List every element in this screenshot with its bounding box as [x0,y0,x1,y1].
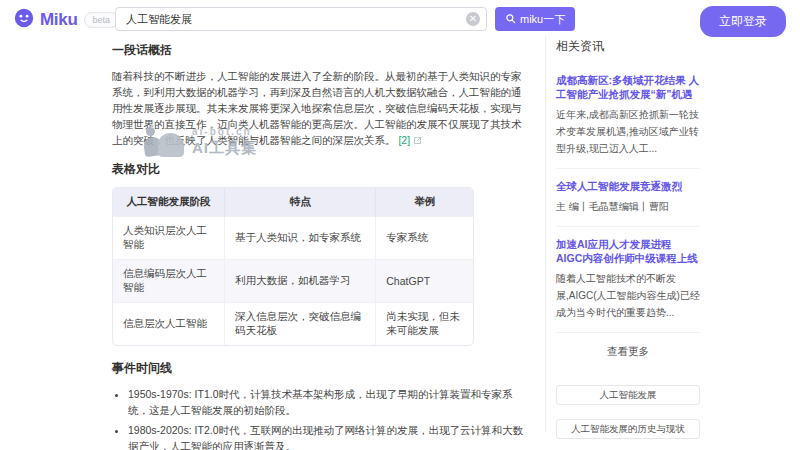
search-button-label: miku一下 [520,12,565,27]
table-header-cell: 特点 [225,188,376,217]
magnifier-icon [505,13,516,26]
external-link-icon[interactable] [413,133,422,149]
timeline-item: 1950s-1970s: IT1.0时代，计算技术基本架构形成，出现了早期的计算… [128,386,528,418]
table-cell: ChatGPT [376,260,473,303]
table-header-row: 人工智能发展阶段 特点 举例 [113,188,473,217]
table-section-title: 表格对比 [112,161,528,178]
search-input[interactable] [115,7,487,31]
news-item: 成都高新区:多领域开花结果 人工智能产业抢抓发展“新”机遇 近年来,成都高新区抢… [556,63,700,169]
table-cell: 基于人类知识，如专家系统 [225,217,376,260]
brand-name: Miku [40,10,78,30]
table-cell: 利用大数据，如机器学习 [225,260,376,303]
view-more-button[interactable]: 查看更多 [556,333,700,359]
news-item: 全球人工智能发展竞逐激烈 主 编丨毛晶慧编辑丨曹阳 [556,169,700,227]
table-row: 人类知识层次人工智能 基于人类知识，如专家系统 专家系统 [113,217,473,260]
login-button[interactable]: 立即登录 [700,6,786,37]
timeline-list: 1950s-1970s: IT1.0时代，计算技术基本架构形成，出现了早期的计算… [128,386,528,450]
timeline-item: 1980s-2020s: IT2.0时代，互联网的出现推动了网络计算的发展，出现… [128,422,528,450]
table-cell: 信息层次人工智能 [113,303,225,346]
timeline-title: 事件时间线 [112,360,528,377]
table-cell: 专家系统 [376,217,473,260]
table-cell: 尚未实现，但未来可能发展 [376,303,473,346]
summary-paragraph: 随着科技的不断进步，人工智能的发展进入了全新的阶段。从最初的基于人类知识的专家系… [112,68,528,149]
miku-face-icon [14,8,34,32]
comparison-table: 人工智能发展阶段 特点 举例 人类知识层次人工智能 基于人类知识，如专家系统 专… [112,187,474,346]
news-snippet: 随着人工智能技术的不断发展,AIGC(人工智能内容生成)已经成为当今时代的重要趋… [556,270,700,321]
search-bar: ✕ miku一下 [115,7,575,31]
sidebar-title: 相关资讯 [556,38,700,55]
search-button[interactable]: miku一下 [495,7,575,31]
clear-search-icon[interactable]: ✕ [466,12,480,26]
table-cell: 人类知识层次人工智能 [113,217,225,260]
news-snippet: 主 编丨毛晶慧编辑丨曹阳 [556,198,700,215]
table-header-cell: 举例 [376,188,473,217]
news-title-link[interactable]: 成都高新区:多领域开花结果 人工智能产业抢抓发展“新”机遇 [556,73,700,101]
suggested-query-button[interactable]: 人工智能发展 [556,385,700,405]
news-title-link[interactable]: 加速AI应用人才发展进程 AIGC内容创作师中级课程上线 [556,237,700,265]
related-news-panel: 相关资讯 成都高新区:多领域开花结果 人工智能产业抢抓发展“新”机遇 近年来,成… [556,38,700,450]
app-logo[interactable]: Miku beta [14,8,119,32]
news-item: 加速AI应用人才发展进程 AIGC内容创作师中级课程上线 随着人工智能技术的不断… [556,227,700,333]
table-row: 信息层次人工智能 深入信息层次，突破信息编码天花板 尚未实现，但未来可能发展 [113,303,473,346]
answer-panel: ai-bot.cn AI工具集 一段话概括 随着科技的不断进步，人工智能的发展进… [112,42,528,450]
citation-link[interactable]: [2] [398,134,410,146]
table-cell: 信息编码层次人工智能 [113,260,225,303]
vertical-divider [545,36,546,432]
table-cell: 深入信息层次，突破信息编码天花板 [225,303,376,346]
news-title-link[interactable]: 全球人工智能发展竞逐激烈 [556,179,700,193]
table-header-cell: 人工智能发展阶段 [113,188,225,217]
summary-title: 一段话概括 [112,42,528,59]
suggested-query-button[interactable]: 人工智能发展的历史与现状 [556,419,700,439]
news-snippet: 近年来,成都高新区抢抓新一轮技术变革发展机遇,推动区域产业转型升级,现已迈入人工… [556,106,700,157]
table-row: 信息编码层次人工智能 利用大数据，如机器学习 ChatGPT [113,260,473,303]
beta-badge: beta [84,12,120,28]
suggested-queries: 人工智能发展 人工智能发展的历史与现状 人工智能未来发展趋势预测 人工智能发展对… [556,385,700,450]
